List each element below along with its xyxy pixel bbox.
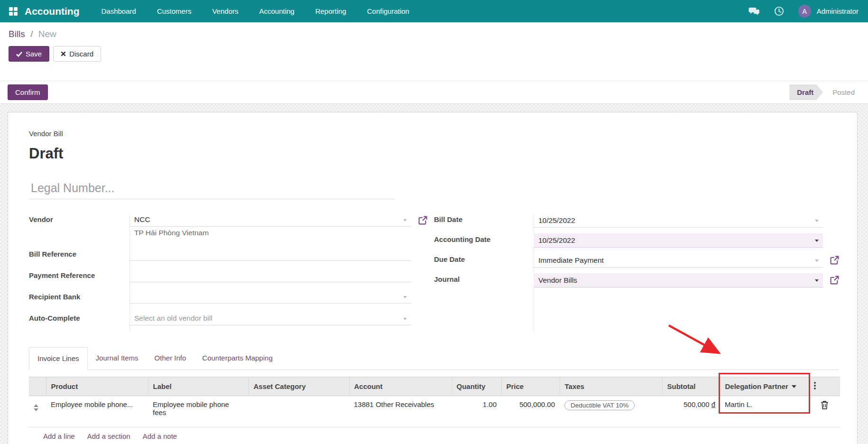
chevron-down-icon[interactable] [403, 318, 407, 320]
field-row-auto-complete: Auto-Complete Select an old vendor bill [29, 312, 427, 325]
bill-reference-label: Bill Reference [29, 248, 129, 258]
cell-asset-category[interactable] [249, 396, 349, 427]
cell-actions [809, 396, 840, 427]
user-menu[interactable]: Administrator [817, 7, 859, 15]
bill-reference-input[interactable] [129, 248, 411, 261]
field-row-payment-reference: Payment Reference [29, 269, 427, 282]
column-header-product[interactable]: Product [46, 377, 148, 396]
cell-subtotal: 500,000 đ [662, 396, 720, 427]
add-a-section-link[interactable]: Add a section [87, 432, 130, 440]
state-steps: Draft Posted [789, 84, 858, 100]
cell-delegation-partner[interactable]: Martin L. [720, 396, 809, 427]
menu-configuration[interactable]: Configuration [367, 7, 409, 15]
add-a-line-link[interactable]: Add a line [43, 432, 75, 440]
save-button[interactable]: Save [9, 46, 49, 62]
menu-customers[interactable]: Customers [157, 7, 192, 15]
tab-counterparts-mapping[interactable]: Counterparts Mapping [194, 347, 280, 370]
tab-other-info[interactable]: Other Info [147, 347, 194, 370]
notebook-tabs: Invoice Lines Journal Items Other Info C… [29, 347, 839, 370]
discard-button[interactable]: Discard [53, 46, 101, 62]
row-handle-cell [29, 396, 46, 427]
menu-vendors[interactable]: Vendors [212, 7, 238, 15]
field-row-due-date: Due Date Immediate Payment [434, 253, 839, 268]
field-row-bill-date: Bill Date 10/25/2022 [434, 213, 839, 228]
tab-invoice-lines[interactable]: Invoice Lines [29, 347, 88, 370]
due-date-label: Due Date [434, 253, 534, 263]
apps-grid-icon[interactable] [9, 7, 18, 16]
table-header-row: Product Label Asset Category Account Qua… [29, 377, 840, 396]
vendor-address: TP Hải Phòng Vietnam [129, 227, 411, 240]
form-left-column: Vendor NCC TP Hải Phòng Vietnam [29, 213, 427, 334]
journal-input[interactable]: Vendor Bills [534, 273, 823, 287]
chevron-down-icon[interactable] [403, 296, 407, 298]
app-brand[interactable]: Accounting [25, 6, 80, 17]
column-header-quantity[interactable]: Quantity [452, 377, 501, 396]
journal-label: Journal [434, 273, 534, 283]
column-header-label[interactable]: Label [148, 377, 249, 396]
journal-external-link-icon[interactable] [830, 276, 839, 285]
recipient-bank-input[interactable] [129, 291, 411, 304]
check-icon [16, 51, 22, 57]
vendor-label: Vendor [29, 213, 129, 223]
list-footer-links: Add a line Add a section Add a note [29, 427, 840, 444]
form-right-column: Bill Date 10/25/2022 Accounting Date 10/… [427, 213, 839, 334]
confirm-button[interactable]: Confirm [8, 84, 48, 100]
cell-account[interactable]: 13881 Other Receivables [349, 396, 452, 427]
chevron-down-icon[interactable] [815, 220, 819, 222]
avatar-initial: A [802, 8, 806, 15]
messages-icon[interactable] [748, 6, 760, 17]
payment-reference-input[interactable] [129, 269, 411, 282]
x-icon [61, 51, 66, 56]
cell-quantity[interactable]: 1.00 [452, 396, 501, 427]
column-header-price[interactable]: Price [501, 377, 560, 396]
sort-desc-icon [792, 385, 796, 388]
cell-taxes[interactable]: Deductible VAT 10% [560, 396, 662, 427]
column-header-delegation-partner[interactable]: Delegation Partner [720, 377, 809, 396]
column-header-taxes[interactable]: Taxes [560, 377, 662, 396]
cell-label[interactable]: Employee mobile phone fees [148, 396, 249, 427]
chevron-down-icon[interactable] [815, 240, 819, 242]
activities-clock-icon[interactable] [774, 6, 784, 16]
column-header-account[interactable]: Account [349, 377, 452, 396]
legal-number-input[interactable]: Legal Number... [29, 181, 395, 199]
bill-date-input[interactable]: 10/25/2022 [534, 213, 823, 228]
delete-row-trash-icon[interactable] [821, 400, 829, 409]
tax-badge[interactable]: Deductible VAT 10% [564, 400, 635, 410]
state-posted[interactable]: Posted [830, 84, 858, 100]
due-date-input[interactable]: Immediate Payment [534, 253, 823, 268]
optional-columns-toggle-icon[interactable] [814, 382, 816, 384]
add-a-note-link[interactable]: Add a note [143, 432, 177, 440]
field-row-recipient-bank: Recipient Bank [29, 291, 427, 304]
payment-terms-external-link-icon[interactable] [830, 256, 839, 265]
vendor-external-link-icon[interactable] [418, 216, 427, 225]
breadcrumb-bills[interactable]: Bills [9, 29, 25, 39]
chevron-down-icon[interactable] [815, 259, 819, 262]
auto-complete-label: Auto-Complete [29, 312, 129, 322]
vendor-bill-sheet: Vendor Bill Draft Legal Number... Vendor… [8, 112, 858, 444]
menu-dashboard[interactable]: Dashboard [102, 7, 136, 15]
chevron-down-icon[interactable] [403, 219, 407, 222]
column-header-subtotal[interactable]: Subtotal [662, 377, 720, 396]
state-draft[interactable]: Draft [789, 84, 823, 100]
vendor-input[interactable]: NCC [129, 213, 411, 227]
tab-journal-items[interactable]: Journal Items [88, 347, 147, 370]
field-row-journal: Journal Vendor Bills [434, 273, 839, 287]
invoice-line-row[interactable]: Employee mobile phone... Employee mobile… [29, 396, 840, 427]
menu-accounting[interactable]: Accounting [259, 7, 294, 15]
cell-price[interactable]: 500,000.00 [501, 396, 560, 427]
accounting-date-label: Accounting Date [434, 233, 534, 243]
cell-product[interactable]: Employee mobile phone... [46, 396, 148, 427]
column-header-asset-category[interactable]: Asset Category [249, 377, 349, 396]
document-state-title: Draft [29, 145, 839, 162]
handle-column-header [29, 377, 46, 396]
menu-reporting[interactable]: Reporting [315, 7, 346, 15]
control-panel: Bills / New Save Discard [0, 22, 868, 66]
main-menu: Dashboard Customers Vendors Accounting R… [102, 7, 409, 15]
auto-complete-input[interactable]: Select an old vendor bill [129, 312, 411, 325]
bill-date-label: Bill Date [434, 213, 534, 223]
chevron-down-icon[interactable] [815, 279, 819, 282]
drag-handle-icon[interactable] [34, 402, 38, 411]
user-avatar[interactable]: A [798, 5, 811, 18]
accounting-date-input[interactable]: 10/25/2022 [534, 233, 823, 248]
recipient-bank-label: Recipient Bank [29, 291, 129, 301]
